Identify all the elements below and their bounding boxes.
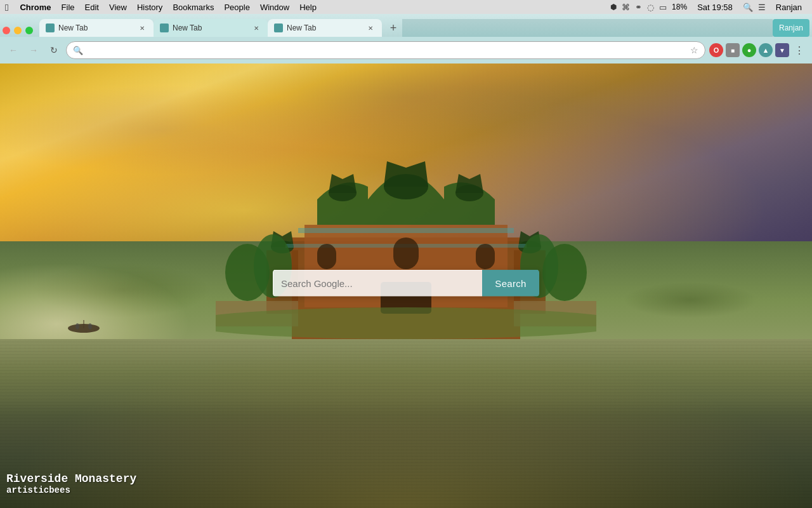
tab-3-close[interactable]: ✕: [365, 23, 376, 33]
tab-3-favicon: [274, 23, 283, 32]
close-window-btn[interactable]: [3, 27, 10, 34]
tab-1-close[interactable]: ✕: [137, 23, 147, 33]
svg-point-26: [75, 323, 79, 330]
toolbar-icons: O ■ ● ▲ ▼ ⋮: [709, 43, 807, 58]
svg-rect-13: [317, 244, 336, 269]
url-input[interactable]: [87, 46, 686, 55]
chrome-menu-icon[interactable]: ⋮: [792, 43, 807, 58]
extension-icon-1[interactable]: ■: [726, 43, 740, 57]
grid-icon[interactable]: ⌘: [622, 3, 630, 12]
google-search-input[interactable]: [273, 270, 482, 297]
tab-bar-spacer: [402, 19, 773, 37]
watermark: Riverside Monastery artisticbees: [6, 472, 136, 495]
search-icon-small: 🔍: [73, 46, 83, 55]
menu-bar-right: ⬢ ⌘ ⚭ ◌ ▭ 18% Sat 19:58 🔍 ☰ Ranjan: [610, 3, 807, 12]
bluetooth-icon[interactable]: ⚭: [635, 3, 642, 12]
url-bar[interactable]: 🔍 ☆: [66, 41, 705, 59]
forward-button[interactable]: →: [25, 42, 42, 58]
tab-3-label: New Tab: [287, 23, 362, 32]
battery-status: 18%: [672, 3, 687, 11]
menu-history[interactable]: History: [132, 3, 167, 12]
boat-illustration: [65, 317, 103, 330]
svg-point-23: [216, 307, 596, 339]
extension-icon-4[interactable]: ▼: [775, 43, 789, 57]
tab-2-close[interactable]: ✕: [251, 23, 261, 33]
airplay-icon[interactable]: ▭: [659, 3, 667, 12]
battery-percent: 18%: [672, 3, 687, 11]
menu-people[interactable]: People: [219, 3, 254, 12]
menu-view[interactable]: View: [104, 3, 132, 12]
user-name[interactable]: Ranjan: [771, 3, 807, 12]
menu-help[interactable]: Help: [294, 3, 322, 12]
svg-point-27: [88, 323, 92, 330]
tab-2-label: New Tab: [173, 23, 247, 32]
watermark-title: Riverside Monastery: [6, 472, 136, 485]
tab-2[interactable]: New Tab ✕: [154, 19, 268, 37]
search-button-label: Search: [495, 277, 526, 288]
menu-bookmarks[interactable]: Bookmarks: [167, 3, 219, 12]
apple-menu[interactable]: : [5, 2, 8, 13]
tab-1[interactable]: New Tab ✕: [39, 19, 154, 37]
tab-1-label: New Tab: [58, 23, 133, 32]
watermark-author: artisticbees: [6, 485, 136, 495]
cathedral-illustration: [216, 161, 596, 339]
extension-icon-3[interactable]: ▲: [759, 43, 773, 57]
clock: Sat 19:58: [692, 3, 738, 12]
app-name[interactable]: Chrome: [15, 3, 56, 12]
tab-bar: New Tab ✕ New Tab ✕ New Tab ✕ + Ranjan: [0, 14, 812, 37]
new-tab-button[interactable]: +: [384, 19, 402, 37]
menu-bar:  Chrome File Edit View History Bookmark…: [0, 0, 812, 14]
menu-edit[interactable]: Edit: [80, 3, 104, 12]
search-button[interactable]: Search: [482, 270, 539, 297]
reload-button[interactable]: ↻: [46, 42, 62, 58]
menu-file[interactable]: File: [56, 3, 80, 12]
tab-3[interactable]: New Tab ✕: [268, 19, 382, 37]
menu-window[interactable]: Window: [255, 3, 294, 12]
address-bar: ← → ↻ 🔍 ☆ O ■ ● ▲ ▼ ⋮: [0, 37, 812, 64]
tab-2-favicon: [160, 23, 169, 32]
search-container: Search: [273, 270, 539, 297]
bookmark-star-icon[interactable]: ☆: [690, 45, 698, 55]
tab-1-favicon: [46, 23, 55, 32]
profile-label: Ranjan: [779, 23, 803, 32]
svg-rect-15: [476, 244, 495, 269]
svg-rect-14: [393, 237, 419, 269]
extension-opera-icon[interactable]: O: [709, 43, 723, 57]
notification-icon[interactable]: ☰: [758, 3, 766, 12]
minimize-window-btn[interactable]: [14, 27, 22, 34]
svg-rect-11: [298, 228, 514, 233]
back-button[interactable]: ←: [5, 42, 22, 58]
spotlight-icon[interactable]: 🔍: [743, 3, 753, 12]
wifi-icon[interactable]: ◌: [647, 3, 654, 12]
main-content: Riverside Monastery artisticbees Search: [0, 64, 812, 508]
maximize-window-btn[interactable]: [25, 27, 33, 34]
dropbox-icon[interactable]: ⬢: [610, 3, 617, 11]
extension-icon-2[interactable]: ●: [742, 43, 756, 57]
profile-button[interactable]: Ranjan: [773, 19, 809, 37]
